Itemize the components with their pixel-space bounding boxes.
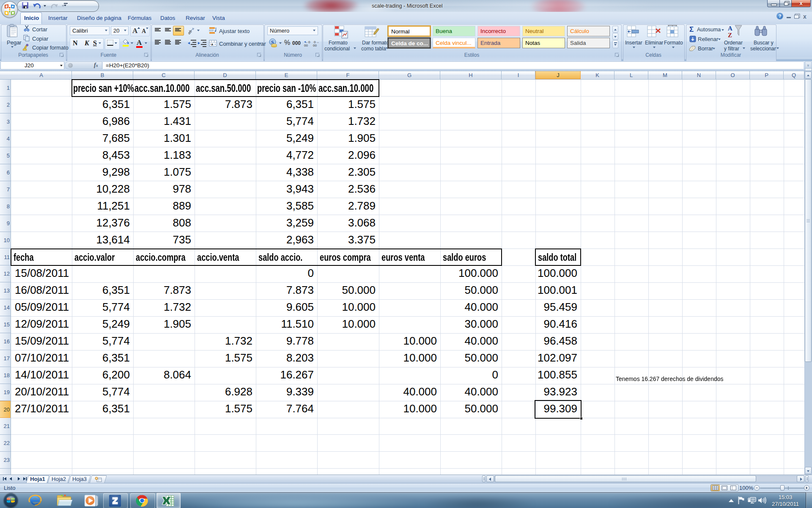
svg-text:A: A [728,25,732,32]
svg-text:a: a [211,42,214,46]
svg-text:Z: Z [728,32,732,39]
svg-text:00: 00 [304,44,308,47]
svg-text:00: 00 [313,44,317,47]
